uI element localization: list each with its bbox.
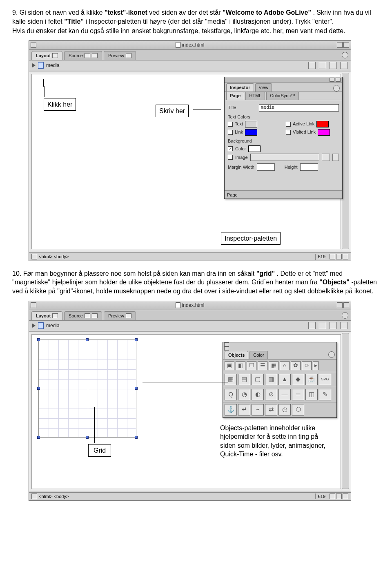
subtab-colorsync[interactable]: ColorSync™ xyxy=(266,92,299,100)
bg-color-checkbox[interactable]: ✓ xyxy=(228,146,233,151)
toolbar-icon-4[interactable] xyxy=(340,62,347,69)
tab-preview[interactable]: Preview xyxy=(104,51,136,60)
status-icon[interactable] xyxy=(31,494,37,499)
palette-titlebar[interactable] xyxy=(225,77,342,83)
arrow-left-icon[interactable] xyxy=(330,254,335,259)
resize-handle-icon[interactable] xyxy=(135,436,138,439)
resize-handle-icon[interactable] xyxy=(135,387,138,390)
window-collapse-icon[interactable] xyxy=(343,302,349,308)
page-icon[interactable] xyxy=(38,322,44,329)
tab-color[interactable]: Color xyxy=(249,351,267,359)
arrow-left-icon[interactable] xyxy=(330,494,335,499)
palette-close-icon[interactable] xyxy=(336,78,341,82)
page-title-text[interactable]: media xyxy=(46,322,60,329)
page-title-text[interactable]: media xyxy=(46,62,60,69)
br-icon[interactable]: ↵ xyxy=(238,404,250,415)
svg-icon[interactable]: SVG xyxy=(319,374,331,385)
resize-handle-icon[interactable] xyxy=(86,436,89,439)
bg-color-swatch[interactable] xyxy=(248,145,261,152)
date-icon[interactable]: ◷ xyxy=(278,404,291,415)
tab-source[interactable]: Source xyxy=(64,311,102,320)
visited-link-checkbox[interactable] xyxy=(286,130,291,135)
window-close-icon[interactable] xyxy=(31,42,36,48)
plugin-icon[interactable]: ◆ xyxy=(292,374,304,385)
arrow-right-icon[interactable] xyxy=(336,254,342,259)
cat-forms-icon[interactable]: ☐ xyxy=(247,361,256,370)
cat-extras-icon[interactable]: ✿ xyxy=(291,361,301,370)
toolbar-icon-1[interactable] xyxy=(308,322,316,329)
tab-source[interactable]: Source xyxy=(64,51,102,60)
palette-close-icon[interactable] xyxy=(224,346,229,351)
cat-frames-icon[interactable]: ▦ xyxy=(269,361,278,370)
link-color-swatch[interactable] xyxy=(245,129,257,136)
grid-object-icon[interactable]: ▦ xyxy=(225,374,237,385)
quicktime-icon[interactable]: Q xyxy=(225,389,237,400)
palette-collapse-icon[interactable] xyxy=(330,78,334,82)
layout-grid[interactable] xyxy=(38,339,136,438)
real-icon[interactable]: ◔ xyxy=(238,389,250,400)
palette-knob-icon[interactable] xyxy=(328,351,335,358)
layout-textbox-icon[interactable]: ▤ xyxy=(238,374,250,385)
marquee-icon[interactable]: ⇄ xyxy=(265,404,277,415)
tab-objects[interactable]: Objects xyxy=(225,351,248,359)
toolbar-icon-1[interactable] xyxy=(308,62,316,69)
page-icon[interactable] xyxy=(38,62,44,69)
margin-height-input[interactable] xyxy=(300,163,318,171)
hr-icon[interactable]: ═ xyxy=(292,389,304,400)
floating-box-icon[interactable]: ▢ xyxy=(252,374,264,385)
browse-icon[interactable] xyxy=(322,154,330,161)
tag-icon[interactable]: ⌁ xyxy=(252,404,264,415)
cat-more-icon[interactable]: ▸ xyxy=(313,361,318,370)
subtab-page[interactable]: Page xyxy=(226,92,244,100)
active-link-checkbox[interactable] xyxy=(286,122,291,127)
tab-preview[interactable]: Preview xyxy=(104,311,136,320)
tab-layout[interactable]: Layout xyxy=(31,51,62,60)
url-icon[interactable]: ⊘ xyxy=(265,389,277,400)
active-link-swatch[interactable] xyxy=(316,121,329,127)
swf-icon[interactable]: ◐ xyxy=(252,389,264,400)
toolbar-icon-4[interactable] xyxy=(340,322,347,329)
palette-collapse-icon[interactable] xyxy=(224,342,229,346)
resize-handle-icon[interactable] xyxy=(37,338,40,341)
palette-titlebar[interactable] xyxy=(223,342,336,351)
cat-site-icon[interactable]: ⌂ xyxy=(280,361,290,370)
link-color-checkbox[interactable] xyxy=(228,130,233,135)
window-zoom-icon[interactable] xyxy=(337,42,343,48)
toolbar-icon-3[interactable] xyxy=(330,62,337,69)
image-icon[interactable]: ▲ xyxy=(278,374,291,385)
tab-layout[interactable]: Layout xyxy=(31,311,62,320)
knob-icon[interactable] xyxy=(342,52,348,58)
object-icon[interactable]: ⬡ xyxy=(292,404,304,415)
vertical-scrollbar[interactable] xyxy=(342,333,349,489)
resize-handle-icon[interactable] xyxy=(135,338,138,341)
margin-width-input[interactable] xyxy=(257,163,275,171)
arrow-down-icon[interactable] xyxy=(343,494,348,499)
toolbar-icon-2[interactable] xyxy=(319,322,326,329)
vertical-scrollbar[interactable] xyxy=(342,73,349,249)
disclosure-triangle-icon[interactable] xyxy=(32,324,36,328)
window-zoom-icon[interactable] xyxy=(337,302,343,308)
window-collapse-icon[interactable] xyxy=(343,42,349,48)
bg-image-input[interactable] xyxy=(250,154,319,161)
status-icon[interactable] xyxy=(31,254,37,259)
cat-head-icon[interactable]: ☰ xyxy=(258,361,267,370)
arrow-right-icon[interactable] xyxy=(336,494,342,499)
resize-handle-icon[interactable] xyxy=(86,338,89,341)
resize-handle-icon[interactable] xyxy=(37,387,40,390)
knob-icon[interactable] xyxy=(342,312,348,319)
resize-handle-icon[interactable] xyxy=(37,436,40,439)
cat-custom-icon[interactable]: ☺ xyxy=(302,361,312,370)
spacer-icon[interactable]: ◫ xyxy=(305,389,318,400)
window-close-icon[interactable] xyxy=(31,302,36,308)
bg-image-checkbox[interactable] xyxy=(228,155,233,160)
toolbar-icon-2[interactable] xyxy=(319,62,326,69)
table-icon[interactable]: ▥ xyxy=(265,374,277,385)
disclosure-triangle-icon[interactable] xyxy=(32,63,36,67)
toolbar-icon-3[interactable] xyxy=(330,322,337,329)
cat-basic-icon[interactable]: ▣ xyxy=(225,361,234,370)
subtab-html[interactable]: HTML xyxy=(245,92,265,100)
tab-inspector[interactable]: Inspector xyxy=(226,83,254,92)
cat-smart-icon[interactable]: ◧ xyxy=(236,361,245,370)
line-icon[interactable]: — xyxy=(278,389,291,400)
anchor-icon[interactable]: ⚓ xyxy=(225,404,237,415)
